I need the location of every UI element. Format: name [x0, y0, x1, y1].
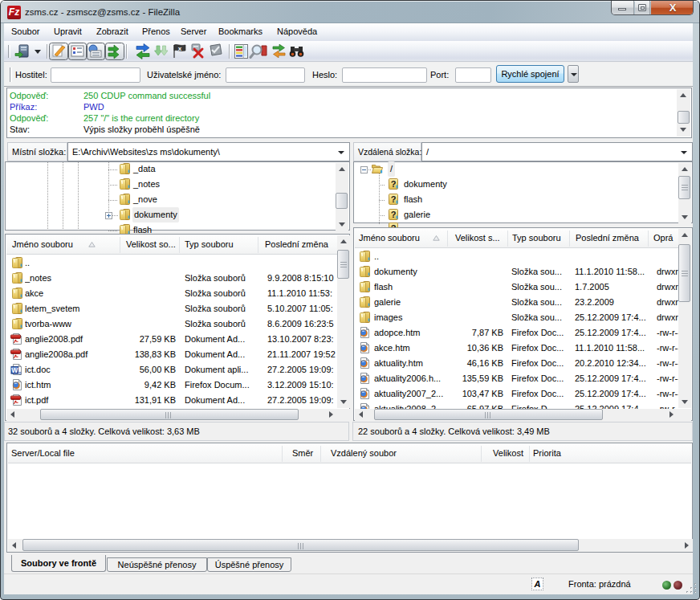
svg-text:x: x [178, 45, 182, 52]
